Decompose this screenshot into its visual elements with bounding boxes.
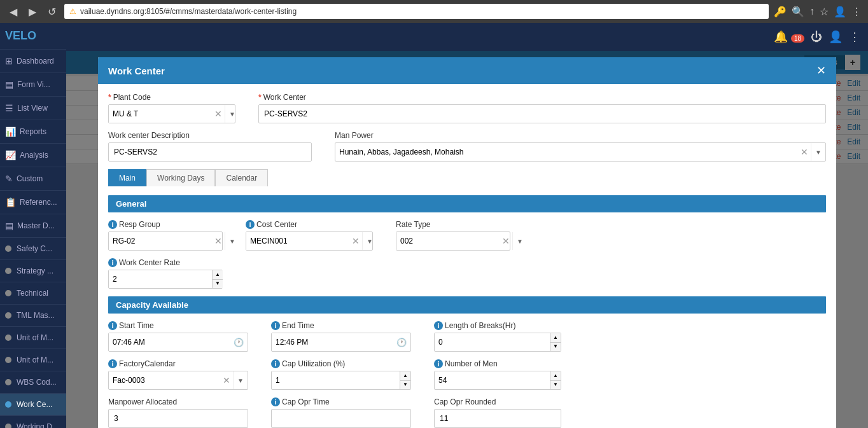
end-time-input-wrapper: 🕐 [271, 333, 411, 352]
sidebar-item-reference[interactable]: 📋 Referenc... [0, 191, 66, 214]
resp-group-clear-icon[interactable]: ✕ [212, 236, 225, 246]
cost-center-form-group: i Cost Center ✕ ▼ [246, 220, 386, 251]
man-power-input[interactable] [335, 148, 798, 156]
num-men-up[interactable]: ▲ [550, 371, 561, 381]
sidebar-item-working-d[interactable]: Working D... [0, 416, 66, 428]
sidebar-item-analysis[interactable]: 📈 Analysis [0, 144, 66, 167]
master-d-icon: ▤ [5, 221, 13, 231]
man-power-input-wrapper: ✕ ▼ [335, 142, 826, 162]
number-of-men-group: i Number of Men ▲ ▼ [434, 359, 561, 390]
sidebar-item-master-d[interactable]: ▤ Master D... [0, 214, 66, 238]
sidebar-item-technical[interactable]: Technical [0, 282, 66, 305]
resp-group-label: i Resp Group [108, 220, 235, 229]
user-icon[interactable]: 👤 [829, 30, 843, 44]
cost-center-clear-icon[interactable]: ✕ [349, 236, 362, 246]
share-icon: ↑ [809, 6, 815, 18]
cap-util-down[interactable]: ▼ [400, 381, 410, 390]
rate-type-dropdown-icon[interactable]: ▼ [512, 232, 527, 250]
length-breaks-input[interactable] [435, 333, 550, 351]
cost-center-dropdown-icon[interactable]: ▼ [362, 232, 377, 250]
tab-working-days[interactable]: Working Days [146, 169, 215, 186]
cap-utilization-input[interactable] [272, 371, 400, 389]
wc-rate-input[interactable] [109, 270, 212, 288]
capacity-section-header: Capacity Available [108, 296, 826, 314]
number-of-men-input[interactable] [435, 371, 550, 389]
unit-m1-dot [5, 335, 11, 341]
manpower-allocated-label: Manpower Allocated [108, 397, 261, 406]
num-men-down[interactable]: ▼ [550, 381, 561, 390]
url-text: vailuae.dyndns.org:8105/#/cmms/masterdat… [80, 7, 297, 16]
man-power-dropdown-icon[interactable]: ▼ [811, 143, 825, 161]
sidebar-item-unit-m2[interactable]: Unit of M... [0, 349, 66, 371]
plant-code-dropdown-icon[interactable]: ▼ [225, 105, 239, 123]
sidebar-item-custom[interactable]: ✎ Custom [0, 167, 66, 191]
factory-calendar-clear-icon[interactable]: ✕ [220, 375, 233, 385]
sidebar-label-form-view: Form Vi... [17, 80, 50, 89]
sidebar-item-strategy[interactable]: Strategy ... [0, 260, 66, 282]
cap-opr-time-input[interactable] [271, 409, 411, 428]
cost-center-input[interactable] [246, 232, 349, 250]
start-time-input[interactable] [109, 333, 230, 351]
rate-type-input[interactable] [396, 232, 500, 250]
plant-code-clear-icon[interactable]: ✕ [212, 109, 225, 119]
end-time-label: i End Time [271, 321, 424, 330]
length-breaks-up[interactable]: ▲ [550, 333, 561, 343]
nav-reload[interactable]: ↺ [45, 4, 59, 19]
rate-type-clear-icon[interactable]: ✕ [500, 236, 512, 246]
manpower-allocated-input[interactable] [108, 409, 248, 428]
power-icon[interactable]: ⏻ [811, 31, 822, 44]
work-center-required: * [258, 93, 262, 102]
sidebar-item-work-center[interactable]: Work Ce... [0, 394, 66, 416]
cost-center-label: i Cost Center [246, 220, 386, 229]
tab-calendar[interactable]: Calendar [215, 169, 268, 186]
sidebar-item-form-view[interactable]: ▤ Form Vi... [0, 73, 66, 97]
work-center-input[interactable] [258, 104, 826, 123]
zoom-icon: 🔍 [792, 6, 804, 18]
sidebar-item-safety[interactable]: Safety C... [0, 238, 66, 260]
sidebar-item-list-view[interactable]: ☰ List View [0, 97, 66, 120]
rate-type-input-wrapper: ✕ ▼ [396, 231, 510, 251]
start-time-clock-icon[interactable]: 🕐 [230, 338, 248, 347]
wc-rate-arrows: ▲ ▼ [212, 270, 223, 288]
factory-calendar-group: i FactoryCalendar ✕ ▼ [108, 359, 261, 390]
nav-forward[interactable]: ▶ [25, 4, 39, 19]
sidebar-item-dashboard[interactable]: ⊞ Dashboard [0, 50, 66, 73]
cap-util-up[interactable]: ▲ [400, 371, 410, 381]
notification-icon[interactable]: 🔔 18 [774, 30, 804, 44]
end-time-info-icon: i [271, 321, 280, 330]
wc-rate-down[interactable]: ▼ [213, 280, 223, 289]
plant-code-input[interactable] [109, 105, 212, 123]
wc-rate-up[interactable]: ▲ [213, 270, 223, 280]
factory-calendar-dropdown-icon[interactable]: ▼ [233, 371, 248, 389]
tab-main[interactable]: Main [108, 169, 146, 186]
number-of-men-spinbox: ▲ ▼ [434, 371, 561, 390]
work-center-desc-input[interactable] [108, 142, 312, 162]
nav-back[interactable]: ◀ [6, 4, 20, 19]
length-breaks-arrows: ▲ ▼ [550, 333, 561, 351]
resp-group-dropdown-icon[interactable]: ▼ [225, 232, 239, 250]
plant-code-input-wrapper: ✕ ▼ [108, 104, 235, 123]
more-options-icon[interactable]: ⋮ [849, 30, 860, 44]
start-time-label: i Start Time [108, 321, 261, 330]
sidebar-item-reports[interactable]: 📊 Reports [0, 120, 66, 144]
app-wrapper: VELO ⊞ Dashboard ▤ Form Vi... ☰ List Vie… [0, 23, 868, 428]
notification-badge: 18 [791, 34, 804, 43]
sidebar-item-unit-m1[interactable]: Unit of M... [0, 327, 66, 349]
sidebar-label-working-d: Working D... [17, 422, 59, 428]
working-d-dot [5, 424, 11, 428]
sidebar-label-technical: Technical [17, 289, 48, 298]
modal-close-button[interactable]: ✕ [816, 64, 826, 78]
man-power-clear-icon[interactable]: ✕ [798, 147, 811, 157]
custom-icon: ✎ [5, 174, 13, 184]
sidebar-item-wbs[interactable]: WBS Cod... [0, 371, 66, 394]
second-form-row: Work center Description Man Power ✕ ▼ [108, 131, 826, 162]
cap-opr-time-info-icon: i [271, 397, 280, 406]
cap-util-arrows: ▲ ▼ [400, 371, 410, 389]
sidebar-item-tml[interactable]: TML Mas... [0, 305, 66, 327]
cap-opr-rounded-input[interactable] [434, 409, 561, 428]
end-time-clock-icon[interactable]: 🕐 [393, 338, 410, 347]
resp-group-input[interactable] [109, 232, 212, 250]
factory-calendar-input[interactable] [109, 371, 220, 389]
end-time-input[interactable] [272, 333, 393, 351]
length-breaks-down[interactable]: ▼ [550, 343, 561, 352]
